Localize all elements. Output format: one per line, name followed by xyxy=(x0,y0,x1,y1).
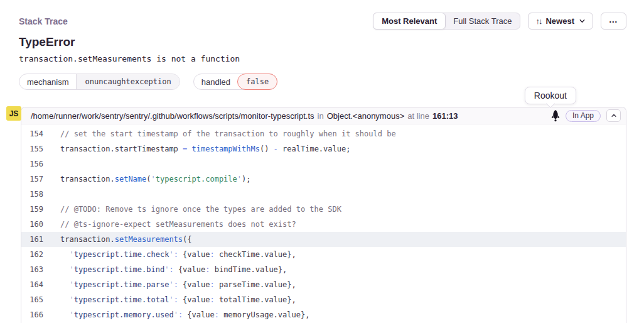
error-type-title: TypeError xyxy=(19,35,75,49)
code-text: 'typescript.time.check': {value: checkTi… xyxy=(60,247,296,262)
frame-at-line-label: at line xyxy=(407,111,429,121)
tag-mechanism[interactable]: mechanismonuncaughtexception xyxy=(19,74,180,90)
code-line-161: 161transaction.setMeasurements({ xyxy=(21,232,626,247)
frame-function-name: Object.<anonymous> xyxy=(327,111,405,121)
chevron-down-icon xyxy=(579,18,586,25)
code-text: // @TODO: Remove ts ignore once the type… xyxy=(60,202,341,217)
toggle-full-stack-trace[interactable]: Full Stack Trace xyxy=(445,13,520,29)
code-view: 154// set the start timestamp of the tra… xyxy=(21,124,626,322)
rookout-tooltip: Rookout xyxy=(525,87,576,104)
code-line-156: 156 xyxy=(21,156,626,172)
code-line-163: 163 'typescript.time.bind': {value: bind… xyxy=(21,262,626,277)
line-number: 163 xyxy=(21,262,60,277)
view-toggle: Most Relevant Full Stack Trace xyxy=(373,13,520,30)
code-text: // set the start timestamp of the transa… xyxy=(60,126,396,141)
code-line-155: 155transaction.startTimestamp = timestam… xyxy=(21,141,626,156)
code-line-166: 166 'typescript.memory.used': {value: me… xyxy=(21,307,626,322)
code-line-165: 165 'typescript.time.total': {value: tot… xyxy=(21,292,626,307)
tag-key: mechanism xyxy=(19,74,76,89)
js-platform-badge: JS xyxy=(6,106,21,121)
code-line-164: 164 'typescript.time.parse': {value: par… xyxy=(21,277,626,292)
line-number: 154 xyxy=(21,126,60,141)
code-line-157: 157transaction.setName('typescript.compi… xyxy=(21,172,626,187)
code-text: transaction.setName('typescript.compile'… xyxy=(60,172,250,187)
sort-newest-button[interactable]: ↑↓ Newest xyxy=(528,13,593,30)
rookout-button[interactable] xyxy=(551,110,560,122)
chevron-up-icon xyxy=(611,112,617,119)
stack-trace-header: Stack Trace Most Relevant Full Stack Tra… xyxy=(19,13,626,30)
code-text: 'typescript.time.bind': {value: bindTime… xyxy=(60,262,287,277)
line-number: 157 xyxy=(21,172,60,187)
line-number: 156 xyxy=(21,156,60,172)
code-text: 'typescript.time.parse': {value: parseTi… xyxy=(60,277,296,292)
frame-file-path[interactable]: /home/runner/work/sentry/sentry/.github/… xyxy=(31,111,314,121)
line-number: 155 xyxy=(21,141,60,156)
line-number: 162 xyxy=(21,247,60,262)
header-controls: Most Relevant Full Stack Trace ↑↓ Newest… xyxy=(373,13,626,30)
section-title: Stack Trace xyxy=(19,16,68,26)
line-number: 158 xyxy=(21,187,60,202)
in-app-badge: In App xyxy=(566,110,601,122)
tag-value: false xyxy=(237,74,277,90)
code-line-154: 154// set the start timestamp of the tra… xyxy=(21,126,626,141)
line-number: 160 xyxy=(21,217,60,232)
tag-key: handled xyxy=(194,74,238,89)
frame-header: /home/runner/work/sentry/sentry/.github/… xyxy=(21,107,626,124)
tag-value: onuncaughtexception xyxy=(76,74,179,89)
code-line-158: 158 xyxy=(21,187,626,202)
line-number: 159 xyxy=(21,202,60,217)
code-line-162: 162 'typescript.time.check': {value: che… xyxy=(21,247,626,262)
code-line-159: 159// @TODO: Remove ts ignore once the t… xyxy=(21,202,626,217)
code-text: transaction.setMeasurements({ xyxy=(60,232,192,247)
more-options-button[interactable]: ⋯ xyxy=(601,13,626,30)
collapse-frame-button[interactable] xyxy=(606,109,621,122)
tag-list: mechanismonuncaughtexceptionhandledfalse xyxy=(19,74,277,90)
line-number: 166 xyxy=(21,307,60,322)
line-number: 164 xyxy=(21,277,60,292)
code-text: // @ts-ignore-expect setMeasurements doe… xyxy=(60,217,296,232)
tag-handled[interactable]: handledfalse xyxy=(193,74,277,90)
code-text: transaction.startTimestamp = timestampWi… xyxy=(60,141,350,156)
line-number: 161 xyxy=(21,232,60,247)
toggle-most-relevant[interactable]: Most Relevant xyxy=(373,13,446,30)
frame-in-label: in xyxy=(318,111,324,121)
frame-line-col: 161:13 xyxy=(432,111,458,121)
sort-label: Newest xyxy=(545,16,574,26)
stack-frame: Rookout JS /home/runner/work/sentry/sent… xyxy=(21,107,626,323)
frame-header-actions: In App xyxy=(551,109,621,122)
line-number: 165 xyxy=(21,292,60,307)
sort-arrows-icon: ↑↓ xyxy=(535,16,541,26)
code-text: 'typescript.time.total': {value: totalTi… xyxy=(60,292,296,307)
error-message: transaction.setMeasurements is not a fun… xyxy=(19,54,240,63)
rookout-icon xyxy=(551,110,560,122)
code-line-160: 160// @ts-ignore-expect setMeasurements … xyxy=(21,217,626,232)
code-text: 'typescript.memory.used': {value: memory… xyxy=(60,307,309,322)
